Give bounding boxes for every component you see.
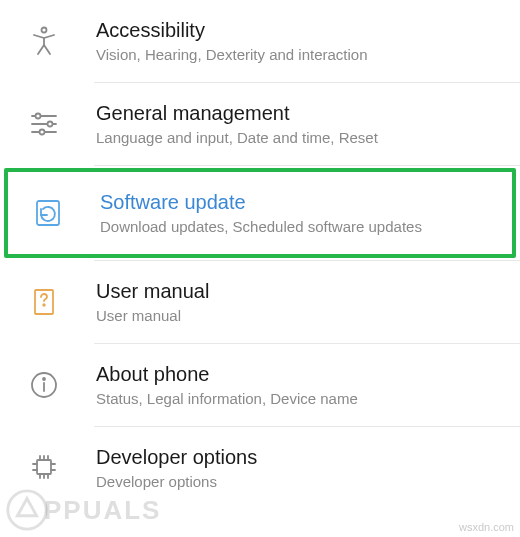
settings-item-subtitle: Vision, Hearing, Dexterity and interacti… bbox=[96, 45, 500, 65]
settings-item-title: General management bbox=[96, 100, 500, 126]
accessibility-icon bbox=[16, 25, 72, 57]
svg-point-11 bbox=[43, 378, 45, 380]
settings-item-title: Developer options bbox=[96, 444, 500, 470]
highlight-box: Software update Download updates, Schedu… bbox=[4, 168, 516, 258]
svg-point-6 bbox=[40, 130, 45, 135]
watermark-appuals: PPUALS bbox=[4, 487, 161, 533]
settings-item-general-management[interactable]: General management Language and input, D… bbox=[0, 83, 520, 165]
divider bbox=[94, 165, 520, 166]
developer-icon bbox=[16, 452, 72, 484]
svg-point-0 bbox=[42, 28, 47, 33]
settings-item-accessibility[interactable]: Accessibility Vision, Hearing, Dexterity… bbox=[0, 0, 520, 82]
settings-item-title: Accessibility bbox=[96, 17, 500, 43]
settings-item-subtitle: Download updates, Scheduled software upd… bbox=[100, 217, 496, 237]
info-icon bbox=[16, 369, 72, 401]
watermark-source: wsxdn.com bbox=[459, 521, 514, 533]
settings-item-title: About phone bbox=[96, 361, 500, 387]
update-icon bbox=[20, 197, 76, 229]
svg-point-4 bbox=[48, 122, 53, 127]
svg-point-9 bbox=[43, 304, 45, 306]
settings-item-user-manual[interactable]: User manual User manual bbox=[0, 261, 520, 343]
settings-list: Accessibility Vision, Hearing, Dexterity… bbox=[0, 0, 520, 509]
settings-item-title: User manual bbox=[96, 278, 500, 304]
settings-item-subtitle: User manual bbox=[96, 306, 500, 326]
sliders-icon bbox=[16, 108, 72, 140]
settings-item-title: Software update bbox=[100, 189, 496, 215]
settings-item-software-update[interactable]: Software update Download updates, Schedu… bbox=[8, 172, 512, 254]
svg-point-2 bbox=[36, 114, 41, 119]
settings-item-subtitle: Status, Legal information, Device name bbox=[96, 389, 500, 409]
settings-item-about-phone[interactable]: About phone Status, Legal information, D… bbox=[0, 344, 520, 426]
svg-rect-13 bbox=[37, 460, 51, 474]
manual-icon bbox=[16, 286, 72, 318]
settings-item-subtitle: Language and input, Date and time, Reset bbox=[96, 128, 500, 148]
